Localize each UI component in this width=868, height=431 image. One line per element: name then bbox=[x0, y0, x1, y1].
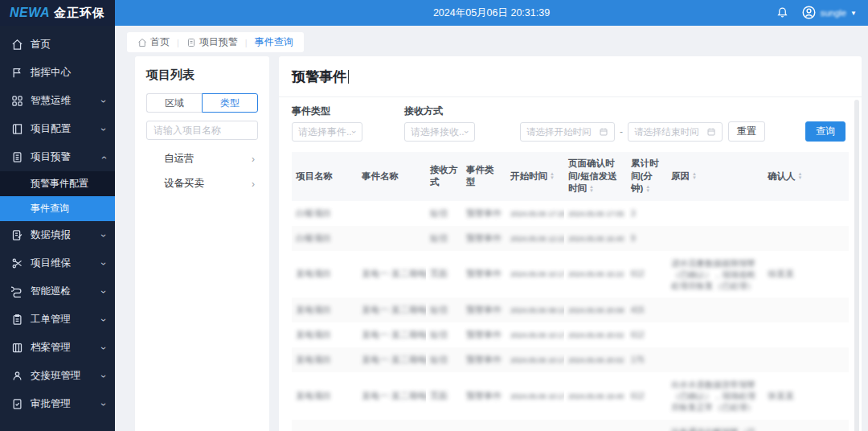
tab-region[interactable]: 区域 bbox=[146, 93, 202, 113]
grid-icon bbox=[11, 95, 23, 107]
column-header[interactable]: 确认人▲▼ bbox=[764, 152, 849, 201]
sidebar-item-shift-management[interactable]: 交接班管理 › bbox=[0, 362, 115, 390]
sidebar-item-home[interactable]: 首页 bbox=[0, 31, 115, 59]
breadcrumb-event-query[interactable]: 事件查询 bbox=[255, 35, 293, 49]
table-cell bbox=[667, 347, 764, 372]
sidebar-subitem-alert-event-config[interactable]: 预警事件配置 bbox=[0, 171, 115, 196]
sidebar-item-data-report[interactable]: 数据填报 › bbox=[0, 221, 115, 249]
start-time-input[interactable]: 请选择开始时间 bbox=[520, 122, 615, 142]
tree-item-self-operated[interactable]: 自运营 › bbox=[146, 146, 258, 171]
sidebar-nav: 首页 指挥中心 智慧运维 › 项目配置 › 项目预警 › 预 bbox=[0, 26, 115, 418]
column-header: 事件名称 bbox=[358, 152, 426, 201]
event-type-label: 事件类型 bbox=[292, 105, 362, 118]
sidebar-item-smart-inspection[interactable]: 智能巡检 › bbox=[0, 277, 115, 306]
receive-method-label: 接收方式 bbox=[404, 105, 475, 118]
document-edit-icon bbox=[11, 229, 23, 241]
datetime-display: 2024年05月06日 20:31:39 bbox=[115, 6, 868, 20]
table-cell bbox=[358, 226, 426, 251]
table-cell: 预警事件 bbox=[462, 322, 506, 347]
table-row: 某电项目某电一·某二期电站页面预警事件2024.05.06 10:172024.… bbox=[292, 372, 849, 420]
chevron-down-icon: › bbox=[98, 318, 109, 322]
sidebar-item-approval[interactable]: 审批管理 › bbox=[0, 390, 115, 418]
sort-icon[interactable]: ▲▼ bbox=[692, 172, 697, 180]
username-text: sungle bbox=[821, 8, 846, 18]
column-header-label: 项目名称 bbox=[296, 171, 333, 181]
breadcrumb-home[interactable]: 首页 bbox=[137, 35, 170, 49]
column-header[interactable]: 页面确认时间/短信发送时间▲▼ bbox=[564, 152, 627, 201]
file-icon bbox=[186, 38, 196, 47]
sort-icon[interactable]: ▲▼ bbox=[550, 172, 555, 180]
sidebar-item-smart-ops[interactable]: 智慧运维 › bbox=[0, 87, 115, 115]
end-time-input[interactable]: 请选择结束时间 bbox=[628, 122, 723, 142]
table-cell: 3 bbox=[627, 201, 667, 226]
table-cell bbox=[764, 298, 849, 322]
table-cell: 短信 bbox=[426, 347, 462, 372]
table-cell: 2024.05.06 17:05 bbox=[564, 201, 627, 226]
tree-item-equipment-trade[interactable]: 设备买卖 › bbox=[146, 171, 258, 196]
reset-button[interactable]: 重置 bbox=[728, 121, 765, 142]
search-button[interactable]: 查询 bbox=[805, 121, 845, 142]
topbar: 2024年05月06日 20:31:39 sungle ▼ bbox=[115, 0, 868, 26]
column-header-label: 事件名称 bbox=[362, 171, 399, 181]
table-cell: 612 bbox=[627, 322, 667, 347]
table-cell: 页面 bbox=[426, 420, 462, 431]
home-icon bbox=[11, 39, 23, 51]
sort-icon[interactable]: ▲▼ bbox=[645, 185, 650, 193]
breadcrumb-project-alert[interactable]: 项目预警 bbox=[186, 35, 238, 49]
table-cell: 某电一·某二期电站 bbox=[358, 251, 426, 298]
sidebar-item-project-alert[interactable]: 项目预警 › bbox=[0, 143, 115, 171]
table-cell: 设备通讯中断报警（已确认），现场检查处理后恢复正常（已处理） bbox=[667, 420, 764, 431]
project-search-input[interactable] bbox=[146, 121, 258, 140]
table-cell: 2024.05.06 15:22 bbox=[564, 251, 627, 298]
sidebar-item-label: 交接班管理 bbox=[31, 369, 102, 383]
table-cell: 2024.05.06 10:17 bbox=[506, 372, 564, 420]
sidebar-item-work-order[interactable]: 工单管理 › bbox=[0, 306, 115, 334]
breadcrumb-separator: | bbox=[177, 38, 179, 47]
table-cell: 某电一·某二期电站 bbox=[358, 420, 426, 431]
person-icon bbox=[11, 370, 23, 382]
table-cell: 预警事件 bbox=[462, 372, 506, 420]
table-cell: 2024.05.06 10:17 bbox=[506, 347, 564, 372]
column-header-label: 累计时间(分钟) bbox=[631, 158, 659, 193]
date-range-separator: - bbox=[620, 126, 623, 138]
table-cell: 短信 bbox=[426, 201, 462, 226]
flag-icon bbox=[11, 67, 23, 79]
table-cell bbox=[764, 322, 849, 347]
table-row: 白银项目短信预警事件2024.05.06 17:202024.05.06 17:… bbox=[292, 201, 849, 226]
table-cell: 2024.05.06 17:20 bbox=[506, 201, 564, 226]
chevron-right-icon: › bbox=[252, 154, 255, 165]
notification-bell-icon[interactable] bbox=[776, 6, 788, 21]
sidebar-item-project-maintenance[interactable]: 项目维保 › bbox=[0, 249, 115, 277]
sidebar-subitem-event-query[interactable]: 事件查询 bbox=[0, 196, 115, 221]
sidebar-item-label: 档案管理 bbox=[31, 341, 102, 355]
user-menu[interactable]: sungle ▼ bbox=[801, 5, 857, 22]
table-cell: 出水水质数据异常报警（已确认），现场处理后恢复正常（已处理） bbox=[667, 372, 764, 420]
table-cell bbox=[667, 226, 764, 251]
column-header[interactable]: 开始时间▲▼ bbox=[506, 152, 564, 201]
sort-icon[interactable]: ▲▼ bbox=[589, 185, 594, 193]
table-row: 白银项目短信预警事件2024.05.06 12:222024.05.06 16:… bbox=[292, 226, 849, 251]
sidebar-item-archive[interactable]: 档案管理 › bbox=[0, 334, 115, 362]
sidebar-subitem-label: 事件查询 bbox=[31, 202, 69, 216]
column-header[interactable]: 原因▲▼ bbox=[667, 152, 764, 201]
table-cell: 预警事件 bbox=[462, 226, 506, 251]
sidebar-item-project-config[interactable]: 项目配置 › bbox=[0, 115, 115, 143]
content-area: 首页 | 项目预警 | 事件查询 项目列表 区域 类型 自运营 › bbox=[115, 26, 868, 431]
table-cell: 2024.05.06 13:08 bbox=[506, 420, 564, 431]
event-type-select[interactable]: 请选择事件... › bbox=[292, 122, 362, 142]
table-cell: 页面 bbox=[426, 251, 462, 298]
sidebar-item-label: 项目预警 bbox=[31, 150, 102, 164]
clipboard-icon bbox=[11, 314, 23, 326]
column-header[interactable]: 累计时间(分钟)▲▼ bbox=[627, 152, 667, 201]
sidebar-item-command-center[interactable]: 指挥中心 bbox=[0, 59, 115, 87]
table-scrollbar[interactable] bbox=[854, 100, 859, 431]
table-cell: 某电项目 bbox=[292, 322, 358, 347]
table-cell: 张某某 bbox=[764, 372, 849, 420]
book-icon bbox=[11, 123, 23, 135]
app-logo: NEWA 金正环保 bbox=[0, 0, 115, 26]
tab-type[interactable]: 类型 bbox=[202, 93, 258, 113]
receive-method-select[interactable]: 请选择接收... › bbox=[404, 122, 475, 142]
alert-events-panel: 预警事件 事件类型 请选择事件... › 接收方式 请选择接收... › bbox=[279, 56, 862, 431]
chevron-down-icon: › bbox=[462, 130, 472, 133]
sort-icon[interactable]: ▲▼ bbox=[798, 172, 803, 180]
